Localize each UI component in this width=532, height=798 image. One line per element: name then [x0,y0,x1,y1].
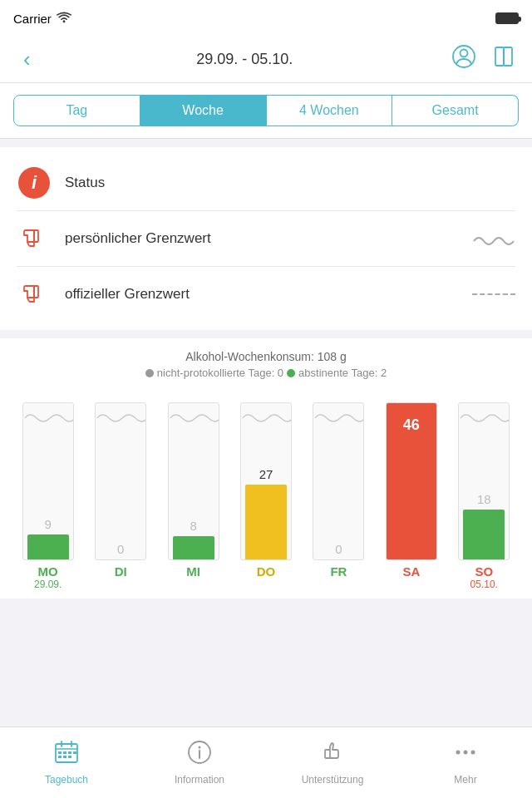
mehr-label: Mehr [454,774,476,786]
legend-status-row: i Status [17,155,515,211]
svg-point-2 [460,50,467,57]
personal-thumbdown-icon [17,221,52,256]
personal-label: persönlicher Grenzwert [65,230,459,247]
svg-point-25 [471,751,475,755]
official-thumbdown-icon [17,277,52,312]
info-circle-icon [187,740,212,771]
tab-mehr[interactable]: Mehr [399,727,532,798]
do-value: 27 [259,467,273,481]
svg-rect-13 [63,751,66,754]
sa-label: SA [402,564,420,579]
svg-rect-4 [504,47,512,66]
tab-woche[interactable]: Woche [140,95,267,126]
fr-label: FR [330,564,347,579]
dots-icon [453,740,478,771]
status-label: Status [65,175,515,191]
mo-label: MO [38,564,58,579]
book-icon[interactable] [492,45,515,74]
mi-bar [173,536,214,559]
legend-personal-row: persönlicher Grenzwert [17,211,515,267]
tab-4wochen[interactable]: 4 Wochen [267,95,393,126]
carrier-label: Carrier [13,12,52,26]
svg-point-23 [456,751,461,755]
chart-subheader: nicht-protokollierte Tage: 0 abstinente … [8,367,524,379]
wavy-line-indicator [472,229,515,248]
calendar-icon [54,740,79,771]
so-bar [463,510,505,559]
bar-do: 27 DO - [234,391,298,590]
wifi-icon [57,12,71,26]
green-dot [287,369,295,377]
do-bar [245,485,287,559]
tab-gesamt[interactable]: Gesamt [392,95,519,126]
svg-rect-12 [58,751,62,754]
period-tabs: Tag Woche 4 Wochen Gesamt [0,83,532,139]
profile-icon[interactable] [452,45,475,74]
green-dot-label: abstinente Tage: 2 [298,367,387,379]
chart-title: Alkohol-Wochenkonsum: 108 g [8,350,524,363]
svg-rect-3 [495,47,504,66]
bar-mi: 8 MI - [162,391,225,590]
sa-value: 46 [403,416,420,434]
mo-date: 29.09. [34,579,62,590]
svg-rect-22 [325,750,330,758]
dashed-line-indicator [472,293,515,295]
mo-value: 9 [45,517,52,531]
prev-arrow[interactable]: ‹ [17,43,37,76]
svg-rect-14 [68,751,71,754]
so-label: SO [475,564,493,579]
gray-dot [145,369,154,377]
bar-di: 0 DI - [89,391,152,590]
fr-value: 0 [335,542,342,556]
bottom-tabbar: Tagebuch Information Unterstützung [0,727,532,798]
mo-bar [27,534,69,559]
mi-value: 8 [190,519,196,533]
information-label: Information [175,774,224,786]
nav-bar: ‹ 29.09. - 05.10. [0,37,532,83]
bar-mo: 9 MO 29.09. [17,391,80,590]
svg-point-21 [199,746,201,749]
tab-information[interactable]: Information [133,727,266,798]
tab-tag[interactable]: Tag [13,95,140,126]
svg-rect-16 [63,756,66,758]
svg-rect-7 [34,286,38,298]
svg-rect-17 [68,756,71,758]
bar-sa: 46 SA - [380,391,443,590]
nav-actions [452,45,515,74]
chart-bars: 9 MO 29.09. 0 DI - 8 [8,391,524,590]
svg-rect-15 [58,756,62,758]
do-label: DO [257,564,276,579]
chart-section: Alkohol-Wochenkonsum: 108 g nicht-protok… [0,338,532,598]
di-value: 0 [117,542,124,556]
svg-point-0 [62,20,65,22]
status-bar: Carrier [0,0,532,37]
svg-rect-6 [34,230,38,242]
legend-official-row: offizieller Grenzwert [17,267,515,322]
so-value: 18 [477,492,491,506]
carrier-wifi: Carrier [13,12,71,26]
date-range: 29.09. - 05.10. [196,51,293,68]
di-label: DI [115,564,127,579]
bar-fr: 0 FR - [307,391,370,590]
svg-point-24 [464,751,468,755]
gray-dot-label: nicht-protokollierte Tage: 0 [157,367,283,379]
battery-icon [495,12,519,24]
tab-unterstuetzung[interactable]: Unterstützung [266,727,399,798]
bar-so: 18 SO 05.10. [452,391,515,590]
svg-rect-18 [73,751,76,754]
thumbup-icon [320,740,345,771]
unterstuetzung-label: Unterstützung [302,774,364,786]
legend-section: i Status persönlicher Grenzwert [0,147,532,330]
so-date: 05.10. [470,579,498,590]
tagebuch-label: Tagebuch [45,774,88,786]
official-label: offizieller Grenzwert [65,286,459,303]
tab-tagebuch[interactable]: Tagebuch [0,727,133,798]
status-info-icon: i [17,165,52,200]
mi-label: MI [186,564,200,579]
